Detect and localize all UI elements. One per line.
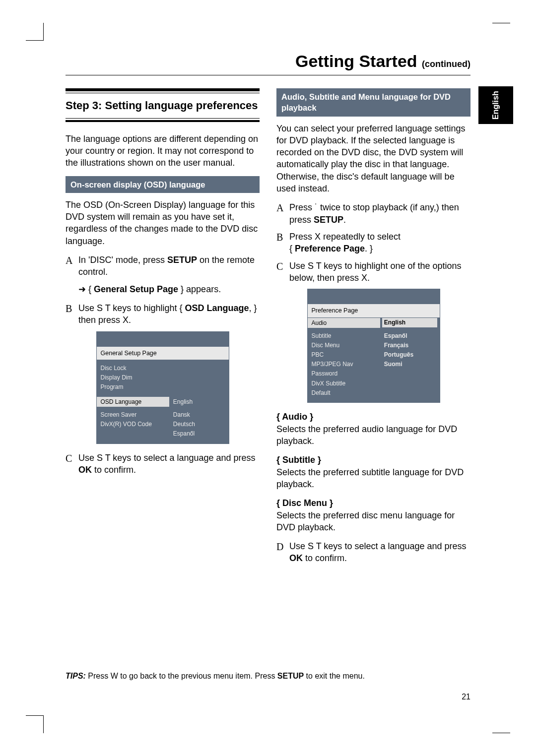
- preference-page-menu: Preference Page Audio English Subtitle D…: [307, 289, 440, 403]
- left-step-c: C Use S T keys to select a language and …: [66, 452, 260, 476]
- osd-language-header: On-screen display (OSD) language: [66, 176, 260, 193]
- menu2-title: Preference Page: [308, 304, 440, 318]
- tips-footer: TIPS: Press W to go back to the previous…: [66, 672, 470, 681]
- dvd-language-header: Audio, Subtitle and Menu language for DV…: [276, 88, 470, 117]
- crop-mark-br: [492, 733, 510, 733]
- step-heading: Step 3: Setting language preferences: [66, 98, 260, 113]
- disc-menu-option: { Disc Menu } Selects the preferred disc…: [276, 497, 470, 533]
- menu1-title: General Setup Page: [97, 347, 229, 361]
- language-tab-label: English: [491, 91, 500, 120]
- menu1-selected-row: OSD Language English: [97, 397, 229, 407]
- crop-mark-tr: [492, 23, 510, 23]
- general-setup-page-menu: General Setup Page Disc Lock Display Dim…: [96, 331, 229, 444]
- subtitle-option: { Subtitle } Selects the preferred subti…: [276, 454, 470, 490]
- right-column: Audio, Subtitle and Menu language for DV…: [276, 88, 470, 569]
- left-step-a: A In 'DISC' mode, press SETUP on the rem…: [66, 254, 260, 278]
- left-step-a-result: ➜ { General Setup Page } appears.: [78, 283, 260, 295]
- page-title-sub: (continued): [422, 59, 470, 69]
- crop-mark-tl: [26, 23, 44, 41]
- osd-intro: The OSD (On-Screen Display) language for…: [66, 199, 260, 247]
- right-step-a: A Press ˙ twice to stop playback (if any…: [276, 201, 470, 226]
- page-title-main: Getting Started: [295, 52, 422, 70]
- crop-mark-bl: [26, 715, 44, 733]
- left-step-b: B Use S T keys to highlight { OSD Langua…: [66, 302, 260, 326]
- menu2-selected-row: Audio English: [308, 318, 440, 328]
- right-step-b: B Press X repeatedly to select { Prefere…: [276, 231, 470, 255]
- left-column: Step 3: Setting language preferences The…: [66, 88, 260, 569]
- right-step-d: D Use S T keys to select a language and …: [276, 540, 470, 565]
- page-number: 21: [462, 693, 470, 701]
- left-intro: The language options are different depen…: [66, 133, 260, 169]
- right-step-c: C Use S T keys to highlight one of the o…: [276, 260, 470, 284]
- audio-option: { Audio } Selects the preferred audio la…: [276, 411, 470, 447]
- dvd-intro: You can select your preferred language s…: [276, 123, 470, 195]
- language-tab: English: [478, 86, 513, 124]
- page-title: Getting Started (continued): [66, 52, 470, 75]
